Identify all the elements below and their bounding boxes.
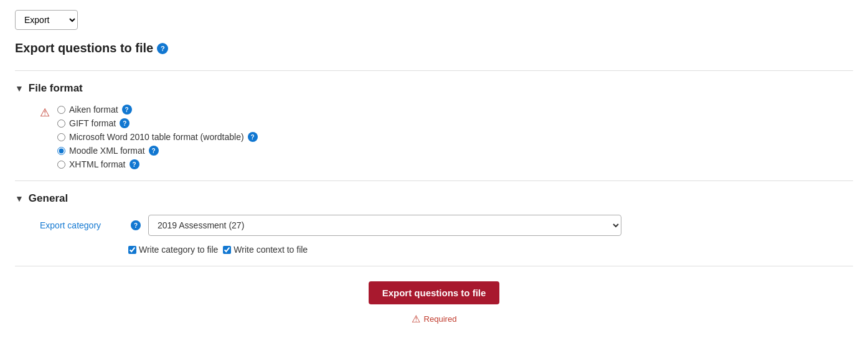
submit-section: Export questions to file ⚠ Required [15, 266, 853, 332]
required-note: ⚠ Required [412, 313, 457, 325]
required-note-label: Required [424, 314, 457, 324]
general-title: General [29, 192, 68, 205]
file-format-title: File format [29, 82, 83, 95]
file-format-section: ▼ File format ⚠ Aiken format ? GIFT form… [15, 70, 853, 180]
write-context-label: Write context to file [234, 245, 308, 255]
page-title-help-icon[interactable]: ? [157, 43, 168, 54]
radio-label-wordtable: Microsoft Word 2010 table format (wordta… [69, 132, 244, 142]
moodlexml-help-icon[interactable]: ? [149, 146, 159, 156]
radio-moodlexml[interactable] [57, 147, 65, 155]
radio-row-aiken: Aiken format ? [57, 105, 258, 115]
export-category-row: Export category ? 2019 Assessment (27) [40, 215, 853, 236]
radio-row-xhtml: XHTML format ? [57, 159, 258, 169]
radio-label-moodlexml: Moodle XML format [69, 146, 145, 156]
export-category-help-icon[interactable]: ? [131, 220, 141, 230]
top-bar: Export [15, 10, 853, 30]
export-category-select[interactable]: 2019 Assessment (27) [148, 215, 621, 236]
radio-xhtml[interactable] [57, 161, 65, 169]
export-select-wrapper[interactable]: Export [15, 10, 78, 30]
aiken-help-icon[interactable]: ? [122, 105, 132, 115]
page-title: Export questions to file [15, 41, 153, 55]
general-header: ▼ General [15, 192, 853, 205]
radio-wordtable[interactable] [57, 133, 65, 141]
radio-row-moodlexml: Moodle XML format ? [57, 146, 258, 156]
required-note-icon: ⚠ [412, 313, 420, 325]
write-category-checkbox[interactable] [128, 246, 136, 254]
checkboxes-row: Write category to file Write context to … [40, 245, 853, 255]
radio-aiken[interactable] [57, 106, 65, 114]
file-format-radio-group: Aiken format ? GIFT format ? Microsoft W… [57, 105, 258, 169]
radio-label-aiken: Aiken format [69, 105, 118, 115]
page-title-container: Export questions to file ? [15, 41, 853, 55]
general-body: Export category ? 2019 Assessment (27) W… [15, 215, 853, 255]
wordtable-help-icon[interactable]: ? [248, 132, 258, 142]
xhtml-help-icon[interactable]: ? [130, 159, 139, 169]
required-exclamation-icon: ⚠ [40, 106, 50, 120]
write-category-label: Write category to file [139, 245, 218, 255]
write-context-checkbox[interactable] [223, 246, 231, 254]
radio-label-gift: GIFT format [69, 118, 116, 128]
file-format-header: ▼ File format [15, 82, 853, 95]
export-category-label: Export category [40, 220, 121, 230]
write-context-checkbox-item: Write context to file [223, 245, 308, 255]
radio-gift[interactable] [57, 120, 65, 128]
file-format-body: ⚠ Aiken format ? GIFT format ? Microso [15, 105, 853, 169]
general-section: ▼ General Export category ? 2019 Assessm… [15, 180, 853, 266]
export-select[interactable]: Export [15, 10, 78, 30]
write-category-checkbox-item: Write category to file [128, 245, 218, 255]
export-questions-button[interactable]: Export questions to file [369, 281, 500, 304]
radio-row-wordtable: Microsoft Word 2010 table format (wordta… [57, 132, 258, 142]
radio-label-xhtml: XHTML format [69, 159, 126, 169]
general-chevron-icon[interactable]: ▼ [15, 194, 24, 204]
file-format-chevron-icon[interactable]: ▼ [15, 83, 24, 93]
gift-help-icon[interactable]: ? [120, 118, 130, 128]
radio-row-gift: GIFT format ? [57, 118, 258, 128]
